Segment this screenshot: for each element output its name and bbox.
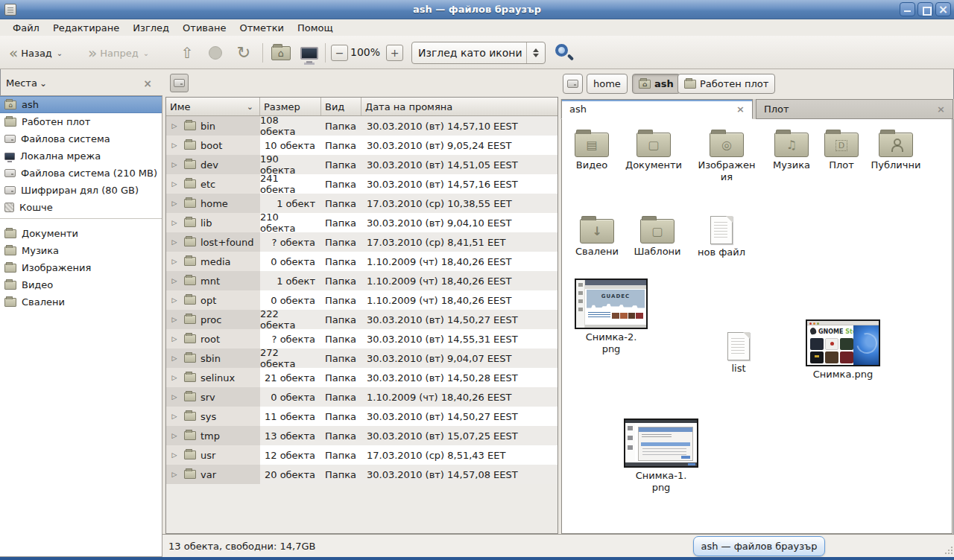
sidebar-item[interactable]: Локална мрежа — [0, 147, 162, 165]
filesystem-root-button[interactable] — [170, 74, 189, 92]
file-snimka-2-png[interactable]: GUADEC Снимка-2. png — [568, 279, 654, 355]
column-header-name[interactable]: Име ⌄ — [166, 98, 260, 115]
table-row[interactable]: ▷bin108 обектаПапка30.03.2010 (вт) 14,57… — [166, 116, 557, 136]
sidebar-item[interactable]: ash — [0, 96, 162, 113]
sidebar-item[interactable]: Файлова система — [0, 130, 162, 147]
home-button[interactable] — [268, 42, 294, 63]
back-button[interactable]: « Назад ⌄ — [4, 41, 67, 65]
table-row[interactable]: ▷media0 обектаПапка1.10.2009 (чт) 18,40,… — [166, 252, 557, 271]
column-header-type[interactable]: Вид — [321, 98, 361, 115]
table-row[interactable]: ▷sbin272 обектаПапка30.03.2010 (вт) 9,04… — [166, 349, 557, 368]
table-row[interactable]: ▷lib210 обектаПапка30.03.2010 (вт) 9,04,… — [166, 213, 557, 232]
sidebar-item[interactable]: Изображения — [0, 259, 162, 276]
expander-icon[interactable]: ▷ — [169, 374, 180, 381]
folder-item[interactable]: Видео — [561, 128, 625, 171]
folder-item[interactable]: Свалени — [564, 214, 630, 258]
folder-item[interactable]: Шаблони — [625, 214, 690, 258]
tab-plot[interactable]: Плот × — [756, 99, 953, 119]
breadcrumb-desktop-button[interactable]: Работен плот — [677, 74, 775, 94]
table-row[interactable]: ▷mnt1 обектПапка1.10.2009 (чт) 18,40,26 … — [166, 271, 557, 290]
expander-icon[interactable]: ▷ — [169, 122, 180, 130]
table-row[interactable]: ▷tmp13 обектаПапка30.03.2010 (вт) 15,07,… — [166, 426, 557, 445]
taskbar-window-button[interactable]: ash — файлов браузър — [693, 536, 825, 556]
file-list[interactable]: list — [705, 331, 772, 375]
table-row[interactable]: ▷sys11 обектаПапка30.03.2010 (вт) 14,50,… — [166, 407, 557, 426]
view-mode-select[interactable]: Изглед като икони — [411, 42, 546, 64]
table-row[interactable]: ▷srv0 обектаПапка1.10.2009 (чт) 18,40,26… — [166, 387, 557, 407]
close-button[interactable] — [935, 2, 951, 16]
table-row[interactable]: ▷var20 обектаПапка30.03.2010 (вт) 14,57,… — [166, 465, 557, 484]
places-label[interactable]: Места — [6, 77, 37, 89]
menu-item-2[interactable]: Изглед — [126, 21, 176, 35]
column-header-date[interactable]: Дата на промяна — [361, 98, 557, 115]
expander-icon[interactable]: ▷ — [169, 200, 180, 207]
sidebar-close-icon[interactable]: × — [143, 77, 152, 89]
sidebar-item[interactable]: Документи — [0, 225, 162, 242]
file-snimka-png[interactable]: GNOME Store Снимка.png — [802, 319, 884, 381]
table-row[interactable]: ▷home1 обектПапка17.03.2010 (ср) 10,38,5… — [166, 194, 557, 213]
sidebar-item[interactable]: Файлова система (210 MB) — [0, 165, 162, 182]
menu-item-4[interactable]: Отметки — [233, 21, 290, 35]
expander-icon[interactable]: ▷ — [169, 354, 180, 362]
expander-icon[interactable]: ▷ — [169, 277, 180, 284]
menu-item-3[interactable]: Отиване — [176, 21, 233, 35]
sidebar-item[interactable]: Свалени — [0, 293, 162, 311]
reload-button[interactable]: ↻ — [231, 42, 256, 63]
table-row[interactable]: ▷opt0 обектаПапка1.10.2009 (чт) 18,40,26… — [166, 290, 557, 310]
expander-icon[interactable]: ▷ — [169, 161, 180, 168]
titlebar[interactable]: ash — файлов браузър — [0, 0, 954, 19]
expander-icon[interactable]: ▷ — [169, 393, 180, 401]
table-row[interactable]: ▷usr12 обектаПапка17.03.2010 (ср) 8,51,4… — [166, 445, 557, 465]
resize-grip[interactable] — [944, 547, 953, 556]
table-row[interactable]: ▷etc241 обектаПапка30.03.2010 (вт) 14,57… — [166, 174, 557, 194]
up-button[interactable]: ⇧ — [174, 42, 200, 63]
table-row[interactable]: ▷root? обектаПапка30.03.2010 (вт) 14,55,… — [166, 329, 557, 349]
tab-ash[interactable]: ash × — [561, 99, 753, 119]
expander-icon[interactable]: ▷ — [169, 219, 180, 226]
back-dropdown-icon[interactable]: ⌄ — [57, 49, 63, 57]
expander-icon[interactable]: ▷ — [169, 432, 180, 439]
expander-icon[interactable]: ▷ — [169, 141, 180, 149]
expander-icon[interactable]: ▷ — [169, 296, 180, 304]
places-dropdown-icon[interactable]: ⌄ — [40, 78, 47, 89]
sidebar-item[interactable]: Видео — [0, 276, 162, 293]
sidebar-item[interactable]: Музика — [0, 242, 162, 259]
tab-close-icon[interactable]: × — [937, 104, 945, 115]
table-row[interactable]: ▷boot10 обектаПапка30.03.2010 (вт) 9,05,… — [166, 136, 557, 155]
zoom-in-button[interactable]: + — [386, 45, 403, 61]
table-row[interactable]: ▷proc222 обектаПапка30.03.2010 (вт) 14,5… — [166, 310, 557, 329]
table-row[interactable]: ▷selinux21 обектаПапка30.03.2010 (вт) 14… — [166, 368, 557, 387]
computer-button[interactable] — [297, 42, 322, 63]
expander-icon[interactable]: ▷ — [169, 451, 180, 459]
menu-item-1[interactable]: Редактиране — [46, 21, 126, 35]
minimize-button[interactable] — [900, 2, 915, 16]
folder-item[interactable]: Документи — [621, 128, 686, 171]
tab-close-icon[interactable]: × — [736, 104, 745, 115]
icon-view[interactable]: GUADEC Снимка-2. png list GNOME Store Сн… — [561, 119, 953, 534]
menu-item-0[interactable]: Файл — [6, 21, 46, 35]
zoom-out-button[interactable]: − — [331, 45, 348, 61]
expander-icon[interactable]: ▷ — [169, 413, 180, 420]
breadcrumb-home-button[interactable]: home — [587, 74, 628, 94]
folder-item[interactable]: Публични — [863, 128, 929, 171]
breadcrumb-ash-button[interactable]: ash — [632, 74, 680, 94]
forward-button[interactable]: » Напред ⌄ — [83, 41, 154, 65]
folder-item[interactable]: Изображения — [694, 128, 759, 183]
sidebar-item[interactable]: Работен плот — [0, 113, 162, 130]
maximize-button[interactable] — [917, 2, 933, 16]
expander-icon[interactable]: ▷ — [169, 471, 180, 478]
table-row[interactable]: ▷dev190 обектаПапка30.03.2010 (вт) 14,51… — [166, 155, 557, 174]
sidebar-item[interactable]: Шифриран дял (80 GB) — [0, 182, 162, 199]
file-item[interactable]: нов файл — [689, 214, 754, 258]
expander-icon[interactable]: ▷ — [169, 258, 180, 265]
search-icon[interactable] — [555, 44, 568, 57]
stop-button[interactable] — [203, 42, 228, 63]
file-snimka-1-png[interactable]: Снимка-1. png — [620, 419, 702, 494]
expander-icon[interactable]: ▷ — [169, 180, 180, 188]
menu-item-5[interactable]: Помощ — [291, 21, 340, 35]
column-header-size[interactable]: Размер — [260, 98, 321, 115]
expander-icon[interactable]: ▷ — [169, 335, 180, 343]
expander-icon[interactable]: ▷ — [169, 316, 180, 323]
expander-icon[interactable]: ▷ — [169, 238, 180, 246]
breadcrumb-root-button[interactable] — [563, 74, 583, 94]
